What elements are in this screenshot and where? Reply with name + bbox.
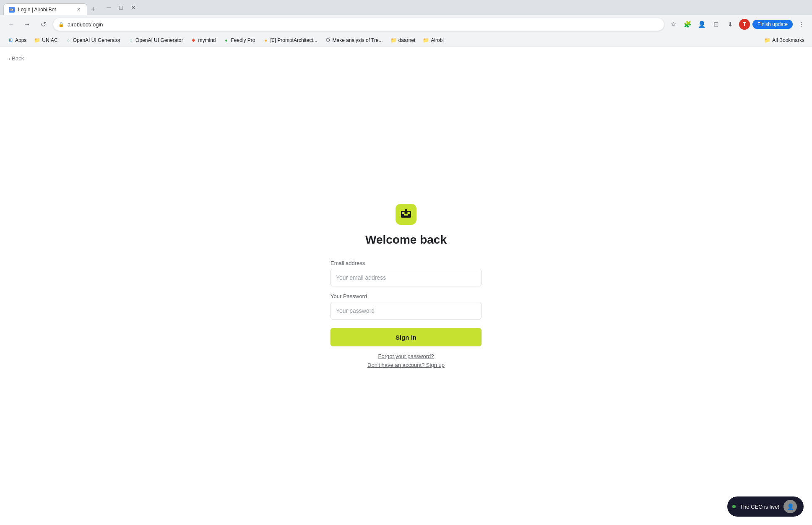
links-area: Forgot your password? Don't have an acco…: [331, 353, 481, 368]
title-bar: 🤖 Login | Airobi.Bot ✕ + ─ □ ✕: [0, 0, 812, 15]
all-bookmarks-icon: 📁: [764, 37, 770, 43]
tab-title: Login | Airobi.Bot: [18, 7, 72, 13]
svg-point-5: [404, 213, 406, 214]
menu-icon[interactable]: ⋮: [795, 18, 807, 30]
reload-button[interactable]: ↺: [37, 18, 49, 31]
airobi-folder-icon: 📁: [423, 37, 429, 43]
login-container: Welcome back Email address Your Password…: [0, 47, 812, 525]
finish-update-button[interactable]: Finish update: [752, 20, 793, 29]
sign-in-button[interactable]: Sign in: [331, 328, 481, 346]
svg-rect-2: [408, 212, 410, 214]
password-label: Your Password: [331, 293, 481, 299]
minimize-button[interactable]: ─: [104, 3, 113, 12]
bookmark-apps-label: Apps: [15, 37, 26, 43]
apps-icon: ⊞: [8, 37, 13, 43]
new-tab-button[interactable]: +: [87, 3, 99, 15]
ceo-notification[interactable]: The CEO is live! 👤: [727, 496, 804, 517]
logo-icon: [396, 204, 416, 225]
mymind-icon: ◆: [190, 37, 196, 43]
bookmark-feedly-label: Feedly Pro: [231, 37, 255, 43]
password-input[interactable]: [331, 302, 481, 320]
tab-favicon: 🤖: [9, 7, 15, 13]
bookmark-prompt-label: [0] PromptArchitect...: [271, 37, 318, 43]
password-group: Your Password: [331, 293, 481, 320]
bookmark-openai2-label: OpenAI UI Generator: [135, 37, 183, 43]
bookmark-github[interactable]: ⬡ Make analysis of Tre...: [323, 36, 385, 44]
bookmark-daarnet-label: daarnet: [398, 37, 416, 43]
openai2-icon: ○: [128, 37, 134, 43]
bookmark-openai1-label: OpenAI UI Generator: [73, 37, 120, 43]
extensions-icon[interactable]: 🧩: [682, 18, 694, 30]
email-group: Email address: [331, 260, 481, 286]
download-icon[interactable]: ⬇: [725, 18, 737, 30]
bookmark-prompt[interactable]: ● [0] PromptArchitect...: [260, 36, 320, 44]
bookmark-uniac-label: UNIAC: [42, 37, 57, 43]
prompt-icon: ●: [263, 37, 269, 43]
bookmark-apps[interactable]: ⊞ Apps: [5, 36, 29, 44]
live-indicator: [732, 505, 736, 508]
ceo-avatar: 👤: [783, 500, 797, 513]
security-icon: 🔒: [58, 22, 64, 27]
welcome-title: Welcome back: [365, 233, 447, 247]
back-arrow-icon: ‹: [8, 55, 10, 62]
cast-icon[interactable]: ⊡: [710, 18, 722, 30]
back-link[interactable]: ‹ Back: [8, 55, 24, 62]
svg-rect-4: [405, 209, 407, 211]
bookmark-star-icon[interactable]: ☆: [668, 18, 679, 30]
all-bookmarks-button[interactable]: 📁 All Bookmarks: [762, 36, 807, 44]
bookmark-feedly[interactable]: ● Feedly Pro: [221, 36, 258, 44]
svg-rect-1: [402, 212, 404, 214]
all-bookmarks-label: All Bookmarks: [772, 37, 804, 43]
ceo-notification-label: The CEO is live!: [740, 504, 779, 510]
active-tab[interactable]: 🤖 Login | Airobi.Bot ✕: [3, 3, 87, 15]
maximize-button[interactable]: □: [117, 3, 125, 12]
toolbar: ← → ↺ 🔒 airobi.bot/login ☆ 🧩 👤 ⊡ ⬇ T Fin…: [0, 15, 812, 34]
browser-frame: 🤖 Login | Airobi.Bot ✕ + ─ □ ✕ ← → ↺ 🔒 a…: [0, 0, 812, 525]
toolbar-actions: ☆ 🧩 👤 ⊡ ⬇ T Finish update ⋮: [668, 18, 807, 30]
bookmark-openai1[interactable]: ○ OpenAI UI Generator: [63, 36, 123, 44]
user-avatar[interactable]: T: [739, 19, 750, 30]
sign-up-link[interactable]: Don't have an account? Sign up: [367, 362, 445, 368]
folder-icon: 📁: [34, 37, 40, 43]
url-display: airobi.bot/login: [68, 21, 103, 28]
bookmark-mymind-label: mymind: [198, 37, 216, 43]
tab-strip: 🤖 Login | Airobi.Bot ✕ +: [3, 0, 99, 15]
forgot-password-link[interactable]: Forgot your password?: [378, 353, 434, 359]
bookmark-openai2[interactable]: ○ OpenAI UI Generator: [125, 36, 185, 44]
email-label: Email address: [331, 260, 481, 266]
openai1-icon: ○: [65, 37, 71, 43]
bookmark-daarnet[interactable]: 📁 daarnet: [388, 36, 418, 44]
back-button[interactable]: ←: [5, 18, 18, 31]
page-content: ‹ Back Welcome back Email address: [0, 47, 812, 525]
profile-icon[interactable]: 👤: [696, 18, 708, 30]
bookmark-mymind[interactable]: ◆ mymind: [188, 36, 218, 44]
bookmark-github-label: Make analysis of Tre...: [333, 37, 383, 43]
tab-close-button[interactable]: ✕: [75, 6, 82, 13]
login-form: Email address Your Password Sign in Forg…: [331, 260, 481, 368]
bookmark-airobi[interactable]: 📁 Airobi: [420, 36, 446, 44]
bookmark-airobi-label: Airobi: [431, 37, 444, 43]
svg-point-6: [407, 213, 408, 214]
daarnet-folder-icon: 📁: [390, 37, 397, 43]
close-button[interactable]: ✕: [128, 3, 138, 12]
back-link-label: Back: [12, 55, 24, 62]
logo-svg: [400, 208, 412, 220]
window-controls: ─ □ ✕: [101, 2, 142, 13]
address-bar[interactable]: 🔒 airobi.bot/login: [53, 18, 664, 31]
svg-rect-3: [404, 214, 408, 216]
bookmark-uniac[interactable]: 📁 UNIAC: [31, 36, 60, 44]
github-icon: ⬡: [325, 37, 331, 43]
feedly-icon: ●: [224, 37, 229, 43]
bookmarks-bar: ⊞ Apps 📁 UNIAC ○ OpenAI UI Generator ○ O…: [0, 34, 812, 47]
forward-button[interactable]: →: [21, 18, 34, 31]
email-input[interactable]: [331, 269, 481, 286]
